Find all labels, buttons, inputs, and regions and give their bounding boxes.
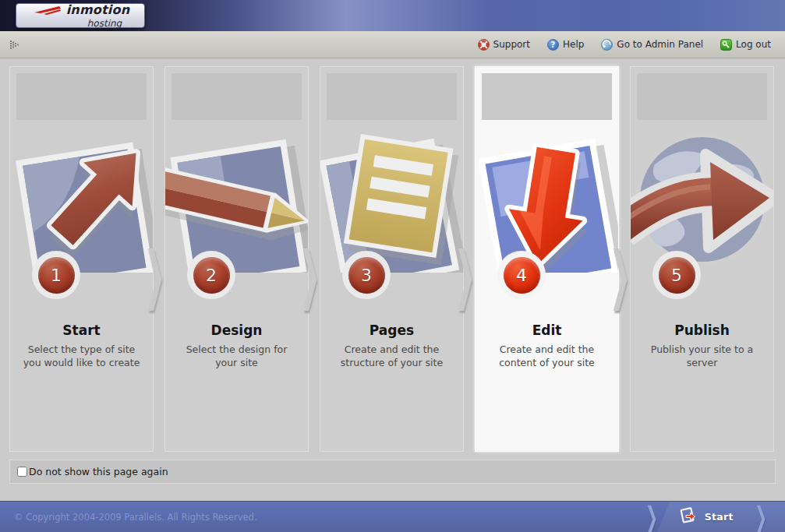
start-button-label: Start: [705, 511, 734, 523]
go-to-admin-panel-label: Go to Admin Panel: [617, 39, 703, 50]
toolbar: Support ? Help: [0, 31, 785, 58]
svg-text:?: ?: [551, 41, 556, 49]
help-button[interactable]: ? Help: [541, 37, 590, 53]
log-out-button[interactable]: Log out: [714, 37, 777, 53]
panel-collapse-grip[interactable]: [9, 39, 20, 50]
step-title: Design: [165, 322, 308, 338]
step-card-start[interactable]: 1 Start Select the type of site you woul…: [9, 66, 154, 452]
brand-bar: inmotion hosting: [0, 0, 785, 31]
step-description: Select the design for your site: [176, 344, 297, 369]
step-number-badge: 5: [652, 251, 701, 299]
logo-sub-text: hosting: [72, 19, 136, 28]
step-description: Create and edit the structure of your si…: [331, 344, 452, 369]
logo-swoosh-icon: [34, 3, 64, 18]
card-header-block: [482, 73, 612, 120]
admin-panel-icon: [601, 39, 613, 51]
step-title: Edit: [476, 322, 618, 338]
edit-illustration-page-arrow-down: [476, 125, 618, 273]
step-card-publish[interactable]: 5 Publish Publish your site to a server: [630, 66, 774, 452]
step-card-design[interactable]: 2 Design Select the design for your site: [164, 66, 309, 452]
logout-key-icon: [720, 39, 732, 51]
step-separator: ❯: [309, 66, 320, 452]
step-description: Create and edit the content of your site: [486, 344, 607, 369]
dont-show-again-checkbox[interactable]: [17, 467, 27, 477]
step-card-pages[interactable]: 3 Pages Create and edit the structure of…: [320, 66, 464, 452]
page-forward-icon: [679, 507, 698, 527]
lifebuoy-icon: [478, 39, 490, 51]
copyright-text: © Copyright 2004-2009 Parallels. All Rig…: [14, 512, 257, 523]
logo-brand-text: inmotion: [66, 4, 130, 16]
step-title: Publish: [631, 322, 773, 338]
step-number: 4: [504, 257, 540, 294]
dont-show-again-label: Do not show this page again: [29, 466, 168, 477]
help-label: Help: [563, 39, 584, 50]
step-number: 5: [659, 257, 695, 294]
start-button-area: ❯ Start ❯: [640, 503, 773, 531]
inmotion-hosting-logo: inmotion hosting: [16, 3, 145, 28]
step-separator: ❯: [464, 66, 475, 452]
support-label: Support: [493, 39, 530, 50]
start-illustration-page-arrow-up-right: [10, 125, 153, 273]
step-number: 2: [193, 257, 230, 294]
wizard-steps-area: 1 Start Select the type of site you woul…: [0, 58, 785, 452]
step-number-badge: 4: [497, 251, 546, 299]
help-icon: ?: [547, 39, 559, 51]
log-out-label: Log out: [736, 39, 771, 50]
card-header-block: [327, 73, 457, 120]
step-number: 1: [38, 257, 75, 294]
card-header-block: [171, 73, 302, 120]
step-description: Publish your site to a server: [642, 344, 762, 369]
step-card-edit-active[interactable]: 4 Edit Create and edit the content of yo…: [475, 66, 619, 452]
start-button[interactable]: Start: [676, 506, 737, 529]
toolbar-actions: Support ? Help: [472, 37, 777, 53]
step-number-badge: 3: [342, 251, 391, 299]
step-separator: ❯: [619, 66, 630, 452]
publish-illustration-globe-arrow: [631, 125, 773, 273]
step-number: 3: [348, 257, 385, 294]
design-illustration-page-pencil: [165, 125, 308, 273]
step-number-badge: 1: [32, 251, 80, 299]
step-number-badge: 2: [187, 251, 235, 299]
card-header-block: [637, 73, 767, 120]
footer: © Copyright 2004-2009 Parallels. All Rig…: [0, 501, 785, 532]
step-separator: ❯: [154, 66, 164, 452]
step-title: Start: [10, 322, 153, 338]
step-title: Pages: [320, 322, 463, 338]
support-button[interactable]: Support: [472, 37, 536, 53]
card-header-block: [16, 73, 147, 120]
options-bar: Do not show this page again: [9, 460, 776, 484]
chevron-right-icon: ❯: [645, 503, 658, 531]
go-to-admin-panel-button[interactable]: Go to Admin Panel: [595, 37, 709, 53]
chevron-right-icon: ❯: [755, 503, 768, 531]
step-description: Select the type of site you would like t…: [21, 344, 142, 369]
pages-illustration-page-list: [320, 125, 463, 273]
